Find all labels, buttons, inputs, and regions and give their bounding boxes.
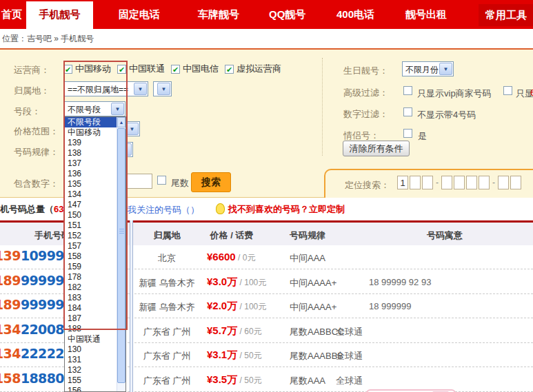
- operator-option: ✔中国移动: [63, 63, 111, 75]
- position-digit-box[interactable]: [441, 176, 452, 189]
- operator-checkbox-checked[interactable]: ✔: [171, 65, 180, 74]
- show-only-checkbox[interactable]: [503, 86, 512, 95]
- position-digit-box[interactable]: [410, 176, 421, 189]
- total-count-prefix: 手机号码总量（: [0, 204, 54, 214]
- segment-dropdown-item[interactable]: 159: [65, 262, 117, 272]
- watched-numbers-link[interactable]: 我关注的号码（）: [128, 204, 199, 216]
- no4-label: 不显示带4号码: [417, 109, 476, 121]
- segment-dropdown-item[interactable]: 178: [65, 272, 117, 282]
- segment-dropdown-item[interactable]: 183: [65, 293, 117, 303]
- segment-dropdown-item[interactable]: 152: [65, 231, 117, 241]
- vip-only-checkbox[interactable]: [403, 86, 412, 95]
- fee-value: / 60元: [237, 327, 261, 336]
- segment-dropdown-item[interactable]: 158: [65, 251, 117, 262]
- chevron-down-icon[interactable]: ▼: [111, 103, 124, 115]
- meaning-cell: 18 99999 92 93: [369, 277, 431, 287]
- chevron-down-icon[interactable]: ▼: [134, 83, 147, 95]
- fee-value: / 0元: [236, 253, 256, 262]
- customize-link[interactable]: 找不到喜欢的号码？立即定制: [228, 203, 345, 216]
- position-digit-box[interactable]: [422, 176, 433, 189]
- segment-dropdown-item[interactable]: 131: [65, 355, 117, 365]
- phone-prefix: 134: [0, 322, 21, 337]
- operator-checkbox-group: ✔中国移动✔中国联通✔中国电信✔虚拟运营商: [63, 63, 288, 75]
- segment-dropdown-item[interactable]: 136: [65, 169, 117, 179]
- segment-dropdown-item[interactable]: 187: [65, 313, 117, 324]
- segment-dropdown-list: 不限号段中国移动13913813713613513414715015115215…: [64, 116, 126, 392]
- chevron-down-icon[interactable]: ▼: [439, 63, 452, 75]
- segment-dropdown-item[interactable]: 130: [65, 344, 117, 355]
- operator-option-label: 虚拟运营商: [237, 63, 281, 75]
- price-cell: ¥2.0万 / 100元: [207, 300, 266, 313]
- segment-dropdown-item[interactable]: 不限号段: [65, 117, 117, 127]
- fee-value: / 100元: [237, 302, 266, 311]
- nav-tab-rent[interactable]: 靓号出租: [405, 0, 447, 29]
- dash-separator: -: [436, 178, 439, 187]
- nav-tab-qq[interactable]: QQ靓号: [269, 0, 305, 29]
- region-cell: 北京: [124, 252, 210, 265]
- price-value: ¥3.0万: [207, 276, 237, 287]
- no4-checkbox[interactable]: [403, 107, 412, 116]
- scroll-up-icon[interactable]: ▲: [117, 117, 125, 127]
- segment-dropdown-item[interactable]: 中国移动: [65, 127, 117, 138]
- segment-dropdown-item[interactable]: 132: [65, 365, 117, 375]
- nav-tab-plate[interactable]: 车牌靓号: [198, 0, 239, 29]
- segment-dropdown-item[interactable]: 139: [65, 138, 117, 148]
- operator-option: ✔中国联通: [117, 63, 165, 75]
- clear-all-button[interactable]: 清除所有条件: [343, 141, 410, 156]
- segment-dropdown-item[interactable]: 151: [65, 220, 117, 231]
- operator-checkbox-checked[interactable]: ✔: [117, 65, 126, 74]
- page: 首页 手机靓号 固定电话 车牌靓号 QQ靓号 400电话 靓号出租 常用工具 位…: [0, 0, 533, 392]
- operator-checkbox-checked[interactable]: ✔: [225, 65, 234, 74]
- chevron-down-icon[interactable]: ▼: [157, 83, 170, 95]
- position-search-cells: 1--: [397, 176, 523, 189]
- segment-dropdown-item[interactable]: 中国联通: [65, 334, 117, 344]
- position-digit-box[interactable]: [466, 176, 477, 189]
- segment-dropdown-item[interactable]: 156: [65, 386, 117, 392]
- chevron-down-icon[interactable]: ▼: [125, 123, 139, 135]
- phone-prefix: 139: [0, 248, 21, 263]
- dropdown-scrollbar[interactable]: ▲: [117, 117, 125, 391]
- segment-dropdown-item[interactable]: 135: [65, 179, 117, 189]
- segment-dropdown-item[interactable]: 137: [65, 158, 117, 169]
- brand-cell: 全球通: [336, 350, 363, 362]
- segment-dropdown-item[interactable]: 188: [65, 324, 117, 334]
- segment-dropdown-item[interactable]: 147: [65, 200, 117, 210]
- tail-checkbox[interactable]: [157, 176, 166, 185]
- segment-dropdown-item[interactable]: 155: [65, 375, 117, 386]
- price-value: ¥2.0万: [207, 300, 237, 311]
- segment-dropdown-item[interactable]: 182: [65, 282, 117, 293]
- price-cell: ¥5.7万 / 60元: [207, 324, 262, 338]
- nav-tab-400[interactable]: 400电话: [336, 0, 374, 29]
- segment-dropdown-item[interactable]: 184: [65, 303, 117, 313]
- segment-dropdown-item[interactable]: 150: [65, 210, 117, 220]
- couple-checkbox[interactable]: [403, 129, 412, 138]
- total-count-number: 63: [54, 204, 63, 214]
- header-meaning: 号码寓意: [400, 229, 490, 242]
- price-value: ¥5.7万: [207, 324, 237, 336]
- fee-value: / 50元: [237, 375, 261, 385]
- segment-dropdown-item[interactable]: 157: [65, 241, 117, 251]
- nav-tab-mobile-active[interactable]: 手机靓号: [26, 1, 93, 29]
- segment-select-value: 不限号段: [68, 104, 101, 116]
- tail-label: 尾数: [171, 177, 189, 189]
- position-digit-box[interactable]: [510, 176, 521, 189]
- pattern-cell: 尾数AAA: [290, 375, 325, 387]
- phone-prefix: 189: [0, 297, 21, 312]
- position-digit-box[interactable]: [498, 176, 509, 189]
- nav-tab-tools[interactable]: 常用工具: [479, 4, 533, 26]
- region-sub-select[interactable]: ▼: [153, 81, 172, 96]
- nav-tab-landline[interactable]: 固定电话: [119, 0, 160, 29]
- scrollbar-thumb[interactable]: [117, 128, 125, 383]
- region-select[interactable]: ==不限归属地== ▼: [64, 81, 148, 96]
- segment-dropdown-item[interactable]: 134: [65, 189, 117, 200]
- position-digit-box[interactable]: 1: [397, 176, 408, 189]
- nav-tab-home[interactable]: 首页: [1, 0, 22, 29]
- position-digit-box[interactable]: [454, 176, 465, 189]
- header-pattern: 号码规律: [290, 229, 325, 242]
- position-digit-box[interactable]: [479, 176, 490, 189]
- operator-checkbox-checked[interactable]: ✔: [63, 65, 72, 74]
- birthday-select[interactable]: 不限月份 ▼: [402, 61, 454, 76]
- segment-dropdown-item[interactable]: 138: [65, 148, 117, 158]
- segment-select[interactable]: 不限号段 ▼: [64, 101, 125, 116]
- search-button[interactable]: 搜索: [191, 172, 231, 192]
